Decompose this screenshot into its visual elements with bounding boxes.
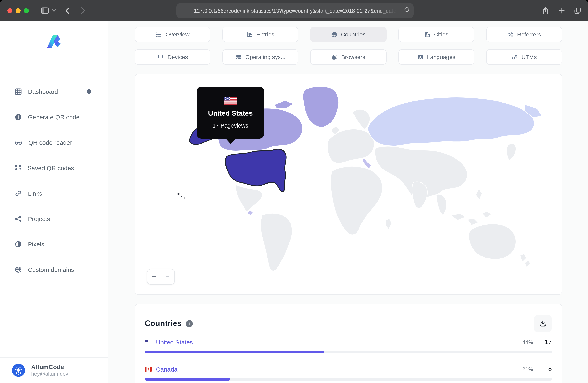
tab-overview[interactable]: Overview <box>135 27 210 42</box>
tab-referrers[interactable]: Referrers <box>486 27 562 42</box>
tab-operating-systems[interactable]: Operating sys... <box>222 49 298 65</box>
tab-countries[interactable]: Countries <box>310 27 386 42</box>
shuffle-icon <box>507 31 513 38</box>
qr-code-icon <box>15 164 21 171</box>
list-icon <box>156 31 162 38</box>
close-window-button[interactable] <box>7 8 12 13</box>
minimize-window-button[interactable] <box>16 8 21 13</box>
browser-window: 127.0.0.1/66qrcode/link-statistics/13?ty… <box>0 0 588 383</box>
traffic-lights <box>7 8 29 13</box>
sidebar-item-pixels[interactable]: Pixels <box>0 231 108 257</box>
translate-icon <box>417 54 423 60</box>
country-value: 8 <box>533 365 552 373</box>
url-text: 127.0.0.1/66qrcode/link-statistics/13?ty… <box>194 8 396 14</box>
country-value: 17 <box>533 338 552 346</box>
share-icon[interactable] <box>540 0 551 21</box>
country-percent: 21% <box>522 366 533 372</box>
tab-label: Overview <box>166 31 189 38</box>
progress-fill <box>145 378 231 381</box>
sidebar-item-label: Generate QR code <box>28 113 92 120</box>
tab-label: Operating sys... <box>245 54 286 60</box>
grid-icon <box>15 88 22 95</box>
sidebar-item-dashboard[interactable]: Dashboard <box>0 79 108 104</box>
forward-button[interactable] <box>78 0 88 21</box>
server-icon <box>235 54 242 60</box>
sidebar-toggle-icon[interactable] <box>39 0 50 21</box>
tab-label: Cities <box>434 31 448 38</box>
tab-label: Referrers <box>517 31 541 38</box>
link-icon <box>511 54 518 60</box>
info-icon[interactable]: i <box>186 320 193 327</box>
country-link[interactable]: Canada <box>156 365 177 373</box>
map-tooltip: United States 17 Pageviews <box>197 86 264 139</box>
building-icon <box>424 31 430 38</box>
progress-fill <box>145 351 324 353</box>
account-name: AltumCode <box>31 363 68 371</box>
sidebar-item-label: Links <box>28 190 92 197</box>
tab-label: Devices <box>168 54 188 60</box>
zoom-out-button[interactable]: − <box>161 269 174 284</box>
tab-label: UTMs <box>521 54 537 60</box>
tab-label: Browsers <box>341 54 365 60</box>
country-percent: 44% <box>522 339 533 345</box>
bell-icon[interactable] <box>86 88 92 95</box>
app-logo[interactable] <box>44 33 63 50</box>
zoom-in-button[interactable]: + <box>147 269 161 284</box>
progress-track <box>145 351 552 353</box>
sidebar-item-generate-qr[interactable]: Generate QR code <box>0 104 108 130</box>
windows-stack-icon <box>332 54 338 60</box>
nodes-icon <box>15 215 22 222</box>
tab-cities[interactable]: Cities <box>398 27 474 42</box>
sidebar-item-saved-qr[interactable]: Saved QR codes <box>0 155 108 181</box>
sidebar-item-qr-reader[interactable]: QR code reader <box>0 130 108 155</box>
canada-flag-icon <box>145 367 152 372</box>
new-tab-icon[interactable] <box>556 0 567 21</box>
sidebar-item-label: Pixels <box>28 241 92 247</box>
sidebar-item-label: Projects <box>28 215 92 222</box>
us-flag-icon <box>145 340 152 344</box>
sidebar-item-label: Custom domains <box>28 266 92 273</box>
country-link[interactable]: United States <box>156 339 193 345</box>
stats-tabs: Overview Entries Countries Cities Referr… <box>135 27 562 65</box>
map-zoom-controls: + − <box>147 269 175 284</box>
link-icon <box>15 190 22 197</box>
account-email: hey@altum.dev <box>31 371 68 378</box>
chevron-down-icon[interactable] <box>50 0 58 21</box>
tab-browsers[interactable]: Browsers <box>310 49 386 65</box>
tab-devices[interactable]: Devices <box>135 49 210 65</box>
contrast-icon <box>15 241 22 247</box>
account-footer[interactable]: AltumCode hey@altum.dev <box>0 357 108 383</box>
address-bar[interactable]: 127.0.0.1/66qrcode/link-statistics/13?ty… <box>176 3 414 18</box>
progress-track <box>145 378 552 381</box>
zoom-window-button[interactable] <box>24 8 29 13</box>
tab-entries[interactable]: Entries <box>222 27 298 42</box>
sidebar-item-projects[interactable]: Projects <box>0 206 108 231</box>
tab-label: Languages <box>427 54 456 60</box>
laptop-icon <box>157 54 164 60</box>
us-flag-icon <box>224 97 236 105</box>
sidebar-item-label: Dashboard <box>28 88 80 95</box>
plus-circle-icon <box>15 113 22 120</box>
chart-bars-icon <box>247 31 253 38</box>
export-button[interactable] <box>534 315 552 332</box>
countries-panel: Countries i <box>135 304 562 383</box>
globe-icon <box>15 266 22 273</box>
back-button[interactable] <box>62 0 72 21</box>
tooltip-pageviews: 17 Pageviews <box>212 122 248 129</box>
sidebar: Dashboard Generate QR code QR code reade… <box>0 21 108 383</box>
tab-overview-icon[interactable] <box>572 0 583 21</box>
globe-icon <box>331 31 337 38</box>
tab-utms[interactable]: UTMs <box>486 49 562 65</box>
tab-label: Countries <box>341 31 366 38</box>
sidebar-item-custom-domains[interactable]: Custom domains <box>0 257 108 282</box>
tooltip-country: United States <box>208 109 252 118</box>
tab-languages[interactable]: Languages <box>398 49 474 65</box>
avatar <box>12 363 25 377</box>
sidebar-item-label: QR code reader <box>28 139 92 146</box>
world-map-card: United States 17 Pageviews + − <box>135 74 562 295</box>
sidebar-item-links[interactable]: Links <box>0 181 108 206</box>
sidebar-nav: Dashboard Generate QR code QR code reade… <box>0 79 108 282</box>
country-row: United States 44% 17 <box>145 338 552 353</box>
reload-icon[interactable] <box>404 7 410 13</box>
tab-label: Entries <box>256 31 274 38</box>
